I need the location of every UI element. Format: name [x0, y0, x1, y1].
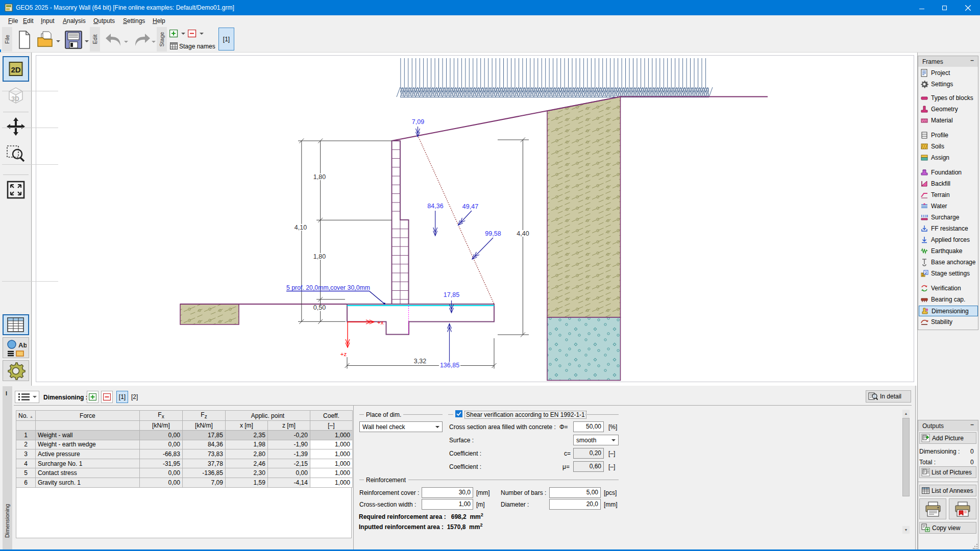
svg-text:3D: 3D: [11, 95, 19, 103]
svg-text:1: 1: [922, 272, 924, 277]
svg-text:2D: 2D: [11, 65, 20, 74]
svg-text:Ab: Ab: [18, 341, 27, 349]
svg-text:2: 2: [925, 270, 927, 275]
